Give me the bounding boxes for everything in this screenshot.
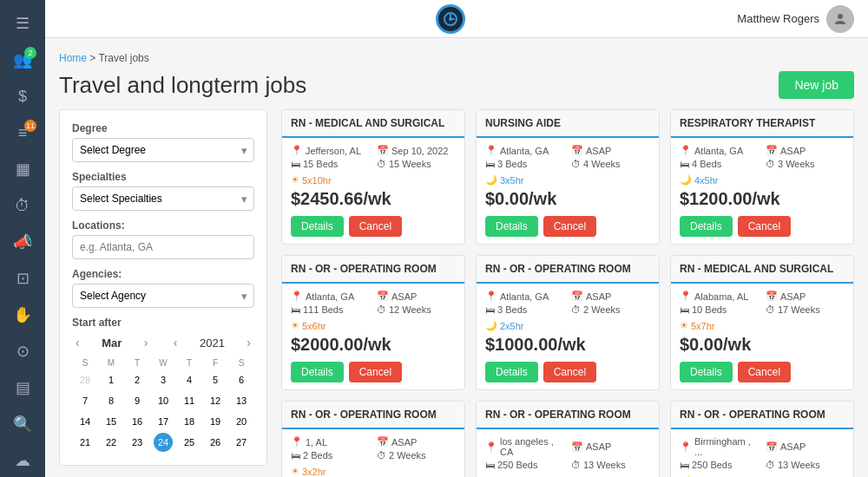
truck-icon[interactable]: ⊡ [5,262,40,295]
cal-day-11[interactable]: 11 [180,391,199,410]
cal-day-7[interactable]: 7 [76,391,95,410]
cal-day-6[interactable]: 6 [232,370,251,389]
job-shift-3: ☀ 5x6hr [291,320,456,331]
job-body-7: 📍 los angeles , CA 📅 ASAP 🛏 250 Beds ⏱ 1… [477,429,659,477]
cal-day-22[interactable]: 22 [102,433,121,452]
job-beds-3: 🛏 111 Beds [291,304,370,315]
job-shift-1: 🌙 3x5hr [485,174,650,186]
cal-day-24-today[interactable]: 24 [154,433,173,452]
cal-next-year[interactable]: › [243,334,254,351]
menu-icon[interactable]: ☰ [5,7,40,40]
job-shift-6: ☀ 3x2hr [291,466,456,477]
cal-day-5[interactable]: 5 [206,370,225,389]
cal-year-wrap: 2021 [200,337,225,350]
job-card-2: RESPIRATORY THERAPIST 📍 Atlanta, GA 📅 AS… [670,109,854,245]
job-rate-3: $2000.00/wk [291,335,456,355]
job-meta-1: 📍 Atlanta, GA 📅 ASAP 🛏 3 Beds ⏱ 4 Weeks [485,145,650,169]
bed-icon-3: 🛏 [291,304,300,315]
cal-day-13[interactable]: 13 [232,391,251,410]
job-meta-0: 📍 Jefferson, AL 📅 Sep 10, 2022 🛏 15 Beds… [291,145,456,169]
cal-day-f: F [202,356,228,369]
details-button-2[interactable]: Details [680,216,733,237]
locations-input[interactable] [72,235,254,259]
list-icon[interactable]: ≡11 [5,116,40,149]
agencies-select[interactable]: Select Agency [72,284,254,308]
cal-day-12[interactable]: 12 [206,391,225,410]
clock-icon[interactable]: ⏱ [5,189,40,222]
details-button-5[interactable]: Details [680,362,733,382]
job-meta-5: 📍 Alabama, AL 📅 ASAP 🛏 10 Beds ⏱ 17 Week… [680,291,845,315]
cal-day-23[interactable]: 23 [128,433,147,452]
cal-next-month[interactable]: › [141,334,152,351]
username: Matthew Rogers [737,12,819,25]
calendar-icon-6: 📅 [377,436,389,448]
cal-day-26[interactable]: 26 [206,433,225,452]
cancel-button-5[interactable]: Cancel [738,362,791,382]
calendar-icon[interactable]: ▦ [5,153,40,186]
cal-day-27[interactable]: 27 [232,433,251,452]
job-duration-8: ⏱ 13 Weeks [766,460,845,470]
cal-day-3[interactable]: 3 [154,370,173,389]
cal-day-w: W [150,356,176,369]
details-button-4[interactable]: Details [485,362,538,382]
specialties-select[interactable]: Select Specialties [72,186,254,211]
sidebar: ☰ 👥2 $ ≡11 ▦ ⏱ 📣 ⊡ ✋ ⊙ ▤ 🔍 ☁ [0,0,45,477]
calendar-icon-7: 📅 [571,441,583,453]
cal-day-1[interactable]: 1 [102,370,121,389]
cal-day-18[interactable]: 18 [180,412,199,431]
calendar-icon-8: 📅 [766,441,778,453]
dollar-icon[interactable]: $ [5,80,40,113]
cal-day-2[interactable]: 2 [128,370,147,389]
users-badge: 2 [24,47,36,59]
location-icon-0: 📍 [291,145,303,156]
cal-prev-month[interactable]: ‹ [72,334,83,351]
cancel-button-1[interactable]: Cancel [543,216,596,237]
cal-day-9[interactable]: 9 [128,391,147,410]
cal-day-8[interactable]: 8 [102,391,121,410]
search-icon[interactable]: 🔍 [5,408,40,441]
job-body-8: 📍 Birmingham , ... 📅 ASAP 🛏 250 Beds ⏱ 1… [671,429,853,477]
details-button-1[interactable]: Details [485,216,538,237]
person-icon[interactable]: ⊙ [5,335,40,368]
job-meta-8: 📍 Birmingham , ... 📅 ASAP 🛏 250 Beds ⏱ 1… [680,436,845,470]
svg-point-1 [449,17,452,21]
details-button-3[interactable]: Details [291,362,344,382]
breadcrumb-home[interactable]: Home [59,52,87,64]
details-button-0[interactable]: Details [291,216,344,237]
cal-prev-year[interactable]: ‹ [170,334,181,351]
cal-day-21[interactable]: 21 [76,433,95,452]
clock-icon-6: ⏱ [377,450,386,461]
megaphone-icon[interactable]: 📣 [5,225,40,258]
cancel-button-0[interactable]: Cancel [349,216,402,237]
job-actions-3: Details Cancel [291,362,456,382]
cancel-button-4[interactable]: Cancel [543,362,596,382]
job-title-5: RN - MEDICAL AND SURGICAL [671,256,853,284]
job-duration-0: ⏱ 15 Weeks [377,159,456,169]
users-icon[interactable]: 👥2 [5,43,40,76]
job-actions-0: Details Cancel [291,216,456,237]
cal-day-20[interactable]: 20 [232,412,251,431]
cal-day-4[interactable]: 4 [180,370,199,389]
main-layout: Degree Select Degree Specialties Select … [59,109,854,477]
chart-icon[interactable]: ▤ [5,371,40,404]
cal-day-14[interactable]: 14 [76,412,95,431]
cancel-button-3[interactable]: Cancel [349,362,402,382]
cloud-icon[interactable]: ☁ [5,444,40,477]
job-rate-2: $1200.00/wk [680,189,845,209]
hand-icon[interactable]: ✋ [5,298,40,331]
cal-day-10[interactable]: 10 [154,391,173,410]
degree-select[interactable]: Select Degree [72,138,254,162]
job-start-1: 📅 ASAP [571,145,650,156]
cal-day-16[interactable]: 16 [128,412,147,431]
calendar-icon-2: 📅 [766,145,778,156]
bed-icon-2: 🛏 [680,159,689,169]
cal-day-19[interactable]: 19 [206,412,225,431]
new-job-button[interactable]: New job [779,71,854,99]
user-area[interactable]: Matthew Rogers [737,5,854,33]
cancel-button-2[interactable]: Cancel [738,216,791,237]
cal-day-25[interactable]: 25 [180,433,199,452]
job-title-0: RN - MEDICAL AND SURGICAL [282,110,464,138]
cal-day-17[interactable]: 17 [154,412,173,431]
cal-day-28[interactable]: 28 [76,370,95,389]
cal-day-15[interactable]: 15 [102,412,121,431]
